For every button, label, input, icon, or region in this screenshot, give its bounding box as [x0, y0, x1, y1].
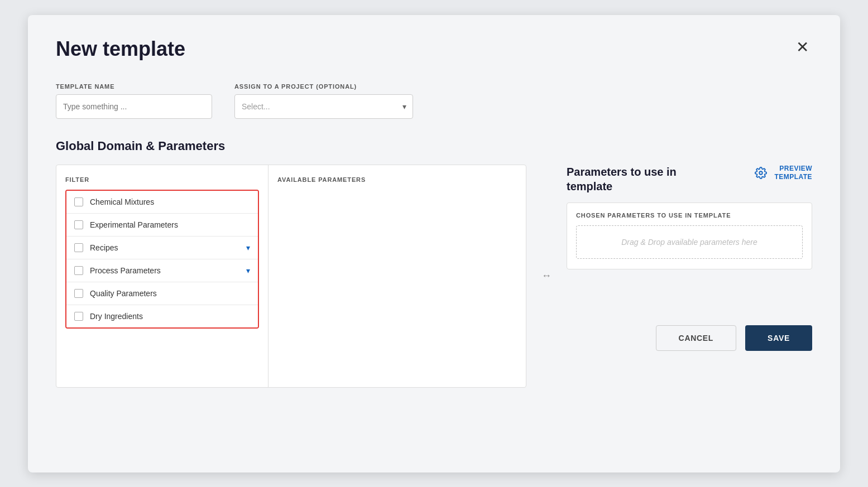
- filter-item-label: Experimental Parameters: [90, 220, 250, 229]
- filter-label: FILTER: [65, 176, 259, 183]
- save-button[interactable]: SAVE: [745, 325, 812, 351]
- settings-icon[interactable]: [753, 165, 769, 181]
- right-panel-header: Parameters to use in template PREVIEW TE…: [567, 165, 812, 194]
- checkbox-experimental-parameters[interactable]: [74, 220, 83, 229]
- new-template-modal: New template ✕ TEMPLATE NAME ASSIGN TO A…: [28, 15, 840, 472]
- right-panel: Parameters to use in template PREVIEW TE…: [567, 165, 812, 351]
- list-item[interactable]: Quality Parameters: [66, 282, 258, 305]
- list-item[interactable]: Experimental Parameters: [66, 214, 258, 237]
- chosen-params-label: CHOSEN PARAMETERS TO USE IN TEMPLATE: [576, 212, 803, 219]
- assign-project-label: ASSIGN TO A PROJECT (OPTIONAL): [234, 83, 413, 90]
- list-item[interactable]: Dry Ingredients: [66, 305, 258, 327]
- list-item[interactable]: Recipes ▾: [66, 237, 258, 259]
- filter-item-label: Recipes: [90, 243, 239, 252]
- assign-project-wrapper: Select... Project A Project B Project C …: [234, 94, 413, 119]
- drag-drop-area[interactable]: Drag & Drop available parameters here: [576, 225, 803, 259]
- chosen-params-box: CHOSEN PARAMETERS TO USE IN TEMPLATE Dra…: [567, 202, 812, 269]
- filter-item-label: Quality Parameters: [90, 289, 250, 298]
- assign-project-group: ASSIGN TO A PROJECT (OPTIONAL) Select...…: [234, 83, 413, 119]
- filter-item-label: Process Parameters: [90, 266, 239, 275]
- assign-project-select[interactable]: Select... Project A Project B Project C: [234, 94, 413, 119]
- checkbox-chemical-mixtures[interactable]: [74, 197, 83, 206]
- close-button[interactable]: ✕: [792, 37, 812, 57]
- chevron-down-icon[interactable]: ▾: [246, 266, 250, 275]
- modal-title: New template: [56, 37, 185, 61]
- svg-point-0: [760, 171, 763, 175]
- available-params-label: AVAILABLE PARAMETERS: [277, 176, 517, 183]
- filter-item-label: Chemical Mixtures: [90, 197, 250, 206]
- main-content: FILTER Chemical Mixtures Experimental Pa…: [56, 165, 812, 388]
- list-item[interactable]: Process Parameters ▾: [66, 259, 258, 282]
- right-panel-actions: PREVIEW TEMPLATE: [753, 165, 812, 182]
- global-domain-title: Global Domain & Parameters: [56, 139, 812, 153]
- checkbox-dry-ingredients[interactable]: [74, 312, 83, 321]
- template-name-input[interactable]: [56, 94, 212, 119]
- resize-handle[interactable]: ↔: [538, 270, 555, 282]
- form-row: TEMPLATE NAME ASSIGN TO A PROJECT (OPTIO…: [56, 83, 812, 119]
- filter-item-label: Dry Ingredients: [90, 312, 250, 321]
- chevron-down-icon[interactable]: ▾: [246, 243, 250, 252]
- list-item[interactable]: Chemical Mixtures: [66, 191, 258, 214]
- available-params-section: AVAILABLE PARAMETERS: [268, 165, 526, 387]
- cancel-button[interactable]: CANCEL: [656, 325, 737, 351]
- modal-header: New template ✕: [56, 37, 812, 61]
- filter-list: Chemical Mixtures Experimental Parameter…: [65, 190, 259, 329]
- template-name-group: TEMPLATE NAME: [56, 83, 212, 119]
- footer-actions: CANCEL SAVE: [567, 314, 812, 351]
- left-panel: FILTER Chemical Mixtures Experimental Pa…: [56, 165, 526, 388]
- checkbox-recipes[interactable]: [74, 243, 83, 252]
- template-name-label: TEMPLATE NAME: [56, 83, 212, 90]
- drag-drop-placeholder: Drag & Drop available parameters here: [621, 238, 757, 247]
- filter-section: FILTER Chemical Mixtures Experimental Pa…: [56, 165, 268, 387]
- parameters-panel-title: Parameters to use in template: [567, 165, 712, 194]
- checkbox-process-parameters[interactable]: [74, 266, 83, 275]
- checkbox-quality-parameters[interactable]: [74, 289, 83, 298]
- preview-template-button[interactable]: PREVIEW TEMPLATE: [774, 165, 812, 182]
